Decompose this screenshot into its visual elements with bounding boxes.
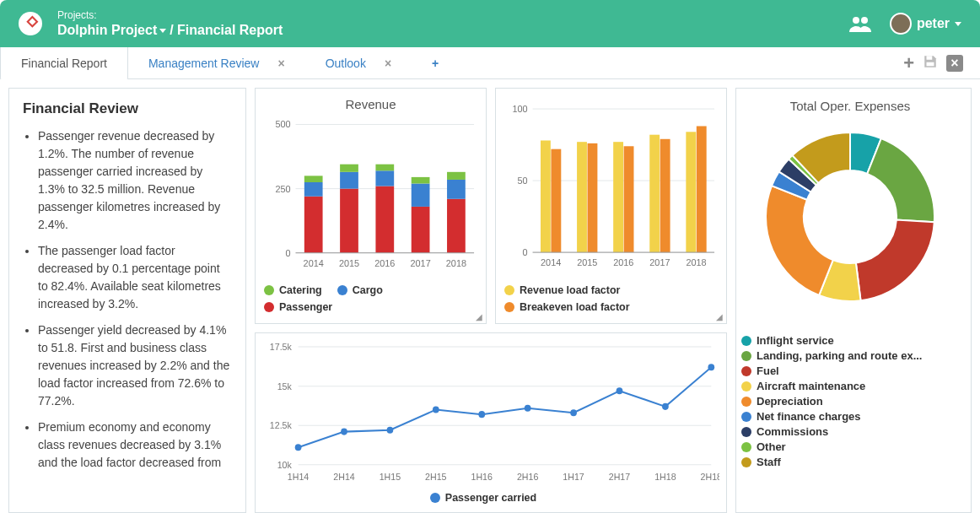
svg-text:1H18: 1H18	[654, 472, 676, 482]
chart-legend: Passenger carried	[262, 485, 719, 509]
svg-rect-52	[697, 126, 707, 252]
svg-text:2014: 2014	[304, 258, 324, 268]
tab-outlook[interactable]: Outlook ×	[305, 47, 412, 78]
svg-rect-45	[613, 142, 623, 252]
workarea: Financial Review Passenger revenue decre…	[0, 79, 980, 513]
close-icon[interactable]: ×	[385, 57, 391, 70]
svg-point-69	[570, 409, 577, 416]
tab-label: Financial Report	[21, 57, 107, 70]
revenue-chart: Revenue 025050020142015201620172018 Cate…	[255, 88, 487, 324]
chart-legend: Inflight serviceLanding, parking and rou…	[741, 334, 959, 468]
list-item: Premium economy and economy class revenu…	[38, 418, 232, 472]
svg-point-63	[295, 444, 302, 451]
svg-point-2	[853, 17, 859, 24]
list-item: Passenger yield decreased by 4.1% to 51.…	[38, 321, 232, 410]
svg-point-68	[525, 405, 531, 412]
passengers-chart: 10k12.5k15k17.5k1H142H141H152H151H162H16…	[255, 332, 727, 513]
svg-rect-20	[375, 186, 394, 253]
svg-text:2014: 2014	[541, 257, 561, 267]
tab-financial-report[interactable]: Financial Report	[0, 47, 128, 79]
svg-text:250: 250	[275, 184, 290, 194]
svg-text:1H16: 1H16	[471, 472, 493, 482]
resize-handle-icon[interactable]: ◢	[476, 312, 482, 321]
svg-text:2H16: 2H16	[517, 472, 538, 482]
svg-text:0: 0	[286, 248, 291, 258]
svg-rect-29	[447, 180, 466, 199]
plus-icon[interactable]: +	[903, 52, 914, 74]
svg-rect-12	[304, 197, 323, 253]
chart-legend: CateringCargoPassenger	[262, 278, 479, 318]
svg-rect-42	[577, 142, 587, 252]
svg-text:2015: 2015	[577, 257, 597, 267]
svg-text:2015: 2015	[339, 258, 359, 268]
project-selector[interactable]: Dolphin Project	[57, 23, 157, 37]
svg-text:2H15: 2H15	[425, 472, 446, 482]
svg-text:2018: 2018	[686, 257, 706, 267]
close-icon[interactable]: ×	[277, 57, 284, 70]
svg-point-3	[861, 17, 868, 24]
tab-management-review[interactable]: Management Review ×	[128, 47, 305, 78]
save-icon[interactable]	[923, 54, 938, 73]
panel-heading: Financial Review	[23, 100, 232, 117]
svg-rect-5	[927, 62, 934, 66]
svg-text:2016: 2016	[613, 257, 633, 267]
resize-handle-icon[interactable]: ◢	[716, 312, 723, 321]
charts-column: Revenue 025050020142015201620172018 Cate…	[255, 88, 727, 513]
svg-rect-14	[304, 176, 323, 182]
chart-title: Total Oper. Expenses	[741, 99, 959, 113]
svg-text:2016: 2016	[374, 258, 395, 268]
svg-point-71	[662, 403, 669, 410]
svg-text:1H17: 1H17	[563, 472, 584, 482]
svg-text:50: 50	[518, 176, 528, 186]
user-name: peter	[917, 16, 950, 31]
topbar: Projects: Dolphin Project / Financial Re…	[0, 0, 980, 47]
loadfactor-chart: 05010020142015201620172018 Revenue load …	[495, 88, 727, 324]
svg-text:2018: 2018	[446, 258, 466, 268]
app-logo[interactable]	[19, 12, 42, 35]
svg-text:1H15: 1H15	[380, 472, 401, 482]
svg-rect-26	[412, 177, 430, 184]
user-menu[interactable]: peter	[885, 13, 961, 35]
tabbar: Financial Report Management Review × Out…	[0, 47, 980, 79]
svg-text:12.5k: 12.5k	[270, 420, 293, 430]
svg-text:2H18: 2H18	[701, 472, 719, 482]
svg-rect-13	[304, 182, 323, 197]
svg-rect-30	[447, 172, 466, 180]
svg-rect-46	[624, 146, 634, 252]
svg-text:2H14: 2H14	[333, 472, 354, 482]
chart-title: Revenue	[262, 97, 479, 111]
svg-rect-21	[375, 170, 394, 186]
svg-rect-48	[649, 135, 660, 252]
close-panel-icon[interactable]: ×	[946, 55, 963, 72]
svg-rect-49	[660, 139, 670, 252]
list-item: The passenger load factor decreased by 0…	[38, 242, 232, 313]
svg-point-65	[387, 427, 394, 434]
page-title: Financial Report	[177, 23, 283, 37]
svg-point-64	[341, 429, 347, 435]
svg-point-67	[478, 411, 485, 418]
svg-rect-25	[412, 184, 430, 207]
svg-rect-17	[340, 172, 358, 189]
tab-label: Management Review	[148, 57, 260, 70]
svg-text:500: 500	[275, 119, 290, 129]
svg-text:100: 100	[513, 104, 528, 114]
svg-rect-40	[551, 149, 561, 252]
svg-text:17.5k: 17.5k	[270, 342, 293, 352]
chevron-down-icon[interactable]	[159, 29, 166, 33]
svg-rect-39	[541, 140, 551, 252]
expenses-chart: Total Oper. Expenses Inflight serviceLan…	[735, 88, 972, 513]
svg-text:2017: 2017	[411, 258, 431, 268]
svg-text:1H14: 1H14	[288, 472, 309, 482]
svg-point-72	[708, 364, 714, 370]
svg-point-66	[433, 407, 439, 413]
add-tab-button[interactable]: +	[412, 47, 459, 78]
svg-text:15k: 15k	[277, 381, 293, 391]
svg-rect-51	[686, 132, 696, 252]
avatar	[890, 13, 912, 35]
breadcrumb: Projects: Dolphin Project / Financial Re…	[57, 9, 283, 38]
svg-text:2017: 2017	[649, 257, 670, 267]
svg-rect-16	[340, 189, 358, 253]
svg-rect-28	[447, 199, 466, 253]
financial-review-panel: Financial Review Passenger revenue decre…	[8, 88, 246, 513]
team-icon[interactable]	[849, 15, 873, 32]
